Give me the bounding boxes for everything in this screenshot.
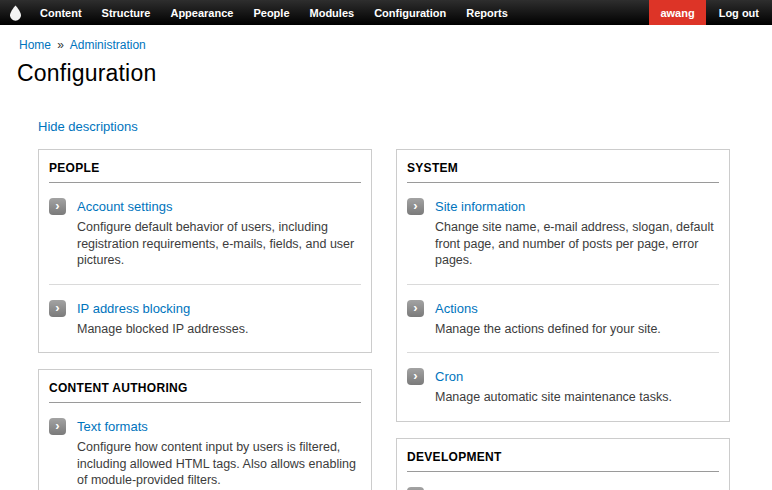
config-item-body: ActionsManage the actions defined for yo… — [435, 299, 719, 338]
config-item-ip-address-blocking: ›IP address blockingManage blocked IP ad… — [49, 284, 361, 353]
config-link-actions[interactable]: Actions — [435, 301, 478, 316]
username-badge[interactable]: awang — [649, 0, 705, 25]
toolbar-user-area: awang Log out — [649, 0, 772, 25]
left-column: PEOPLE›Account settingsConfigure default… — [38, 149, 372, 490]
chevron-right-icon: › — [49, 418, 66, 435]
config-link-text-formats[interactable]: Text formats — [77, 419, 148, 434]
panel-development: DEVELOPMENT›Performance — [396, 438, 730, 490]
panel-people: PEOPLE›Account settingsConfigure default… — [38, 149, 372, 353]
config-description: Configure how content input by users is … — [77, 439, 361, 489]
breadcrumb: Home » Administration — [19, 38, 752, 52]
breadcrumb-home-link[interactable]: Home — [19, 38, 51, 52]
admin-menu-item-appearance[interactable]: Appearance — [160, 0, 243, 25]
config-item-cron: ›CronManage automatic site maintenance t… — [407, 352, 719, 421]
panel-system: SYSTEM›Site informationChange site name,… — [396, 149, 730, 422]
config-item-body: CronManage automatic site maintenance ta… — [435, 367, 719, 406]
right-column: SYSTEM›Site informationChange site name,… — [396, 149, 730, 490]
config-description: Configure default behavior of users, inc… — [77, 219, 361, 269]
logout-link[interactable]: Log out — [706, 0, 772, 25]
config-item-text-formats: ›Text formatsConfigure how content input… — [49, 403, 361, 490]
chevron-right-icon: › — [407, 300, 424, 317]
config-item-performance: ›Performance — [407, 472, 719, 490]
panel-title-system: SYSTEM — [407, 150, 719, 183]
admin-menu-item-reports[interactable]: Reports — [456, 0, 518, 25]
breadcrumb-separator: » — [57, 38, 64, 52]
breadcrumb-administration-link[interactable]: Administration — [70, 38, 146, 52]
admin-menu-item-configuration[interactable]: Configuration — [364, 0, 456, 25]
config-description: Manage the actions defined for your site… — [435, 321, 719, 338]
config-link-cron[interactable]: Cron — [435, 369, 463, 384]
chevron-right-icon: › — [407, 368, 424, 385]
chevron-right-icon: › — [49, 300, 66, 317]
hide-descriptions-link[interactable]: Hide descriptions — [38, 119, 138, 134]
drupal-logo-icon[interactable] — [0, 0, 30, 25]
config-link-site-information[interactable]: Site information — [435, 199, 525, 214]
config-item-actions: ›ActionsManage the actions defined for y… — [407, 284, 719, 353]
admin-menu-item-structure[interactable]: Structure — [92, 0, 161, 25]
chevron-right-icon: › — [407, 487, 424, 490]
config-link-account-settings[interactable]: Account settings — [77, 199, 172, 214]
config-columns: PEOPLE›Account settingsConfigure default… — [38, 149, 730, 490]
panel-title-development: DEVELOPMENT — [407, 439, 719, 472]
admin-menu-item-modules[interactable]: Modules — [300, 0, 365, 25]
admin-menu-item-people[interactable]: People — [243, 0, 299, 25]
panel-content-authoring: CONTENT AUTHORING›Text formatsConfigure … — [38, 369, 372, 490]
panel-title-content-authoring: CONTENT AUTHORING — [49, 370, 361, 403]
config-item-site-information: ›Site informationChange site name, e-mai… — [407, 183, 719, 284]
config-item-body: IP address blockingManage blocked IP add… — [77, 299, 361, 338]
page-title: Configuration — [17, 60, 752, 87]
admin-menu-item-content[interactable]: Content — [30, 0, 92, 25]
drupal-admin-configuration-page: ContentStructureAppearancePeopleModulesC… — [0, 0, 772, 490]
config-link-ip-address-blocking[interactable]: IP address blocking — [77, 301, 190, 316]
config-description: Manage automatic site maintenance tasks. — [435, 389, 719, 406]
chevron-right-icon: › — [407, 198, 424, 215]
config-item-account-settings: ›Account settingsConfigure default behav… — [49, 183, 361, 284]
page-head: Home » Administration Configuration — [0, 25, 772, 103]
config-description: Manage blocked IP addresses. — [77, 321, 361, 338]
chevron-right-icon: › — [49, 198, 66, 215]
config-description: Change site name, e-mail address, slogan… — [435, 219, 719, 269]
admin-toolbar: ContentStructureAppearancePeopleModulesC… — [0, 0, 772, 25]
content-area: Hide descriptions PEOPLE›Account setting… — [0, 103, 772, 490]
panel-title-people: PEOPLE — [49, 150, 361, 183]
config-item-body: Site informationChange site name, e-mail… — [435, 197, 719, 269]
config-item-body: Account settingsConfigure default behavi… — [77, 197, 361, 269]
admin-menu: ContentStructureAppearancePeopleModulesC… — [30, 0, 518, 25]
config-item-body: Text formatsConfigure how content input … — [77, 417, 361, 489]
config-item-body: Performance — [435, 486, 719, 490]
